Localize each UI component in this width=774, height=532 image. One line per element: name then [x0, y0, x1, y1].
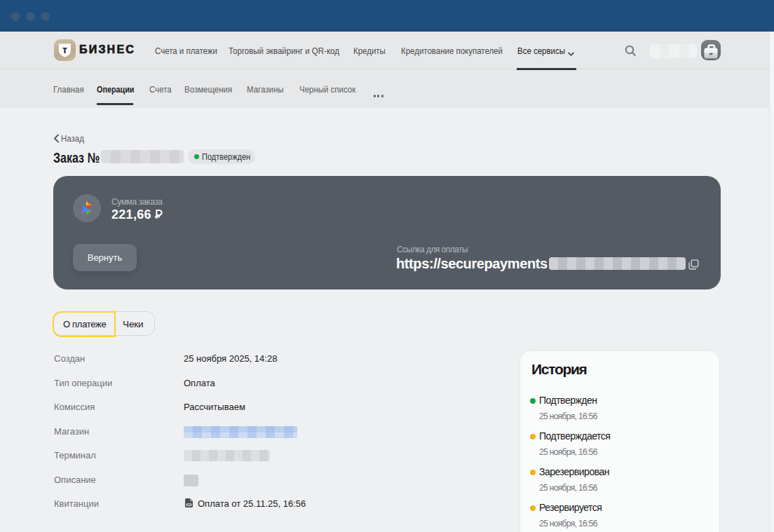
svg-text:т: т	[62, 44, 67, 55]
